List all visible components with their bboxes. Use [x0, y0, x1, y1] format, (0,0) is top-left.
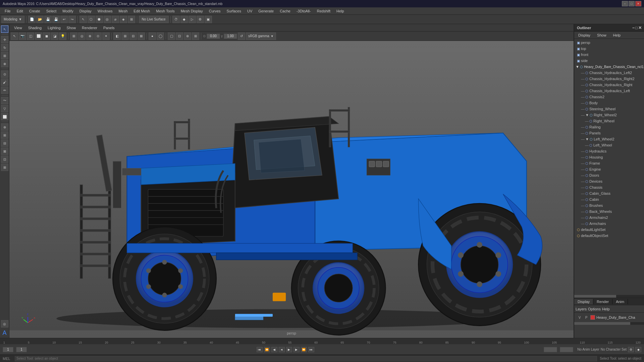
- outliner-item-devices[interactable]: — ⬡ Devices: [574, 178, 644, 184]
- close-button[interactable]: ✕: [635, 1, 641, 6]
- range-end-field[interactable]: 120: [544, 347, 557, 352]
- minimize-button[interactable]: −: [622, 1, 628, 6]
- outliner-tab-display[interactable]: Display: [576, 33, 593, 38]
- go-to-end-button[interactable]: ⏭: [308, 347, 314, 352]
- constraint-tool[interactable]: ⊡: [1, 156, 8, 163]
- outliner-item-left-wheel[interactable]: — ⬡ Left_Wheel: [574, 142, 644, 148]
- outliner-item-left-wheel2[interactable]: — ▼ ⬡ Left_Wheel2: [574, 136, 644, 142]
- vp-camera-btn[interactable]: 📷: [19, 33, 26, 40]
- select-tool[interactable]: ↖: [1, 25, 8, 33]
- open-scene-button[interactable]: 📂: [36, 16, 44, 23]
- paint-skin-tool[interactable]: ✏: [1, 86, 8, 94]
- layer-row-1[interactable]: V P Heavy_Duty_Bare_Cha: [576, 314, 643, 321]
- current-frame-field[interactable]: [3, 347, 13, 352]
- vp-snap-btn[interactable]: ⊕: [86, 33, 94, 40]
- outliner-item-front[interactable]: ▣ front: [574, 52, 644, 58]
- color-space-dropdown[interactable]: sRGB gamma ▼: [246, 33, 276, 40]
- undo-button[interactable]: ↩: [60, 16, 68, 23]
- universal-manip-tool[interactable]: ⊕: [1, 60, 8, 67]
- keyframe-button[interactable]: ◆: [180, 16, 188, 23]
- nurbs-tool[interactable]: ⬜: [1, 113, 8, 120]
- anim-settings-button[interactable]: ⚙: [628, 347, 634, 352]
- history-button[interactable]: ⏱: [172, 16, 180, 23]
- render-settings-button[interactable]: ⚙: [197, 16, 204, 23]
- vp-ortho-btn[interactable]: ⊠: [138, 33, 145, 40]
- vp-sel-btn2[interactable]: ✦: [102, 33, 110, 40]
- anim-key-button[interactable]: ◆: [635, 347, 641, 352]
- outliner-item-chassis-hyd-r[interactable]: — ⬡ Chassis_Hydraulics_Right: [574, 82, 644, 88]
- outliner-item-hydraulics[interactable]: — ⬡ Hydraulics: [574, 148, 644, 154]
- viewport-menu-show[interactable]: Show: [64, 25, 79, 31]
- vp-light-btn[interactable]: 💡: [59, 33, 66, 40]
- sculpt-tool[interactable]: 🖌: [1, 78, 8, 86]
- menu-mesh-display[interactable]: Mesh Display: [178, 8, 206, 14]
- polygon-tool[interactable]: ▽: [1, 105, 8, 112]
- channel-scrollbar[interactable]: [574, 322, 630, 325]
- outliner-item-side[interactable]: ▣ side: [574, 58, 644, 64]
- menu-edit[interactable]: Edit: [14, 8, 26, 14]
- vp-fit-btn[interactable]: ⊛: [184, 33, 191, 40]
- vp-shade-btn[interactable]: ◼: [43, 33, 50, 40]
- move-tool[interactable]: ✛: [1, 36, 8, 43]
- ch-tab-anim[interactable]: Anim: [612, 299, 628, 304]
- menu-display[interactable]: Display: [77, 8, 94, 14]
- grid-tool[interactable]: ⊞: [1, 131, 8, 139]
- render-button[interactable]: ▷: [189, 16, 196, 23]
- outliner-item-armchairs2[interactable]: — ⬡ Armchairs2: [574, 215, 644, 221]
- outliner-tab-help[interactable]: Help: [610, 33, 624, 38]
- snap-tool[interactable]: ⊠: [1, 147, 8, 155]
- outliner-item-housing[interactable]: — ⬡ Housing: [574, 154, 644, 160]
- save-as-button[interactable]: 💾: [52, 16, 60, 23]
- menu-surfaces[interactable]: Surfaces: [224, 8, 244, 14]
- vp-snaptool-btn[interactable]: ⊙: [94, 33, 102, 40]
- menu-cache[interactable]: Cache: [277, 8, 293, 14]
- menu-modify[interactable]: Modify: [60, 8, 76, 14]
- play-forward-button[interactable]: ▶: [286, 347, 292, 352]
- total-end-field[interactable]: 200: [560, 347, 573, 352]
- render-region-button[interactable]: ▣: [205, 16, 212, 23]
- play-back-button[interactable]: ◄: [279, 347, 285, 352]
- mel-input[interactable]: [15, 356, 597, 361]
- options-btn[interactable]: Options: [588, 307, 601, 311]
- menu-mesh[interactable]: Mesh: [116, 8, 130, 14]
- vp-four-btn[interactable]: ⊞: [121, 33, 129, 40]
- outliner-item-engine[interactable]: — ⬡ Engine: [574, 166, 644, 172]
- prev-frame-button[interactable]: ◀: [271, 347, 277, 352]
- outliner-item-armchairs[interactable]: — ⬡ Armchairs: [574, 221, 644, 227]
- menu-uv[interactable]: UV: [245, 8, 255, 14]
- vp-select-btn[interactable]: ↖: [11, 33, 18, 40]
- outliner-restore[interactable]: □: [635, 25, 638, 30]
- outliner-item-chassis-hyd-l[interactable]: — ⬡ Chassis_Hydraulics_Left: [574, 88, 644, 94]
- snap-grid-button[interactable]: ⊞: [128, 16, 135, 23]
- go-to-start-button[interactable]: ⏮: [257, 347, 263, 352]
- menu-windows[interactable]: Windows: [95, 8, 115, 14]
- viewport-canvas[interactable]: persp X Y Z: [9, 41, 574, 338]
- gamma-input[interactable]: 1.00: [224, 34, 237, 39]
- exposure-input[interactable]: 0.00: [207, 34, 220, 39]
- outliner-close[interactable]: ✕: [638, 25, 642, 30]
- menu-3dtool[interactable]: -3DtoAll-: [294, 8, 314, 14]
- menu-file[interactable]: File: [2, 8, 13, 14]
- snap-curve-button[interactable]: ⌀: [112, 16, 119, 23]
- lasso-button[interactable]: ⬡: [88, 16, 95, 23]
- select-tool-button[interactable]: ↖: [79, 16, 87, 23]
- outliner-item-chassis-hyd-r2[interactable]: — ⬡ Chassis_Hydraulics_Right2: [574, 76, 644, 82]
- outliner-item-chassis-hyd-l2[interactable]: — ⬡ Chassis_Hydraulics_Left2: [574, 70, 644, 76]
- outliner-item-right-wheel2[interactable]: — ▼ ⬡ Right_Wheel2: [574, 112, 644, 118]
- viewport-menu-lighting[interactable]: Lighting: [45, 25, 63, 31]
- rotate-tool[interactable]: ↻: [1, 44, 8, 51]
- next-key-button[interactable]: ⏩: [301, 347, 307, 352]
- outliner-item-main-group[interactable]: ▼ ⬡ Heavy_Duty_Bare_Chassis_Clean_ncl1: [574, 64, 644, 70]
- lattice-tool[interactable]: ⊞: [1, 164, 8, 171]
- outliner-item-brushes[interactable]: — ⬡ Brushes: [574, 202, 644, 208]
- outliner-item-chassis2[interactable]: — ⬡ Chassis2: [574, 94, 644, 100]
- prev-key-button[interactable]: ⏪: [264, 347, 270, 352]
- outliner-item-chassis[interactable]: — ⬡ Chassis: [574, 184, 644, 190]
- vp-display-btn[interactable]: ◫: [27, 33, 34, 40]
- outliner-item-cabin[interactable]: — ⬡ Cabin: [574, 196, 644, 202]
- quick-select-tool[interactable]: ◎: [1, 320, 8, 327]
- magnet-button[interactable]: ◎: [104, 16, 111, 23]
- next-frame-button[interactable]: ▶: [293, 347, 300, 352]
- layers-btn[interactable]: Layers: [576, 307, 587, 311]
- outliner-item-railing[interactable]: — ⬡ Railing: [574, 124, 644, 130]
